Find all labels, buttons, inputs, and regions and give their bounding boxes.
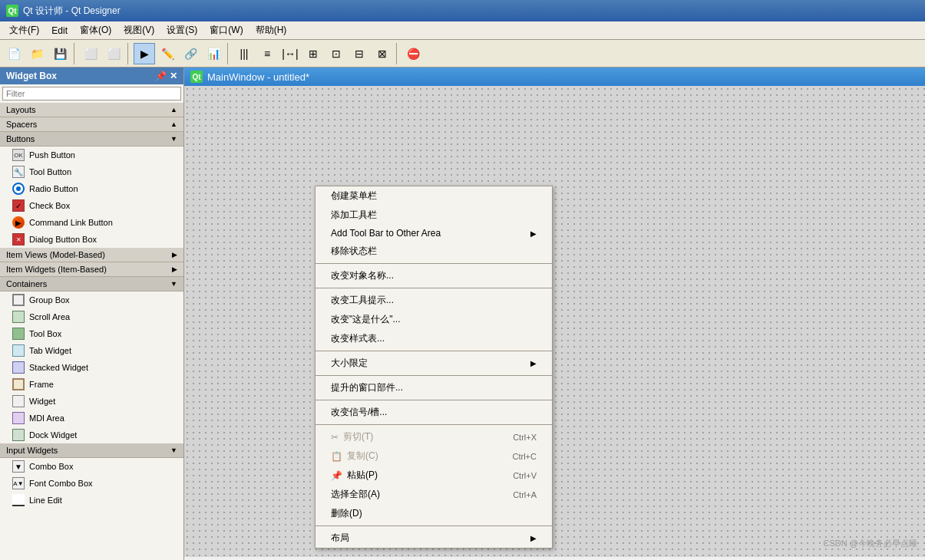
menu-file[interactable]: 文件(F) (3, 22, 45, 38)
cm-change-stylesheet[interactable]: 改变样式表... (315, 329, 552, 348)
tb-btn8[interactable]: 🔗 (180, 43, 201, 64)
section-buttons[interactable]: Buttons ▼ (0, 132, 183, 147)
tb-separator-4 (396, 43, 399, 64)
item-tool-button[interactable]: 🔧 Tool Button (0, 163, 183, 180)
tb-new-button[interactable]: 📄 (3, 43, 25, 64)
cm-create-menubar[interactable]: 创建菜单栏 (315, 186, 552, 206)
section-spacers[interactable]: Spacers ▲ (0, 117, 183, 132)
cm-add-toolbar-other[interactable]: Add Tool Bar to Other Area ▶ (315, 225, 552, 242)
frame-icon (12, 378, 25, 390)
item-tool-box[interactable]: Tool Box (0, 325, 183, 342)
canvas-dots[interactable]: 创建菜单栏 添加工具栏 Add Tool Bar to Other Area ▶… (184, 86, 925, 557)
tb-btn12[interactable]: |↔| (279, 43, 301, 64)
tb-btn11[interactable]: ≡ (256, 43, 278, 64)
item-scroll-area[interactable]: Scroll Area (0, 308, 183, 325)
cm-paste-icon: 📌 (331, 470, 342, 481)
cm-cut: ✂ 剪切(T) Ctrl+X (315, 427, 552, 446)
cm-sep-6 (315, 424, 552, 425)
cm-paste-label: 粘贴(P) (347, 469, 378, 482)
toolbar: 📄 📁 💾 ⬜ ⬜ ▶ ✏️ 🔗 📊 ||| ≡ |↔| ⊞ ⊡ ⊟ ⊠ ⛔ (0, 40, 925, 68)
menu-window[interactable]: 窗口(W) (203, 22, 249, 38)
combo-box-label: Combo Box (29, 462, 73, 471)
cm-layout[interactable]: 布局 ▶ (315, 529, 552, 548)
item-font-combo-box[interactable]: A▼ Font Combo Box (0, 475, 183, 492)
cm-change-signals[interactable]: 改变信号/槽... (315, 403, 552, 422)
section-item-widgets[interactable]: Item Widgets (Item-Based) ▶ (0, 262, 183, 277)
section-input-widgets-arrow: ▼ (170, 446, 177, 454)
tb-btn7[interactable]: ✏️ (157, 43, 178, 64)
section-input-widgets[interactable]: Input Widgets ▼ (0, 443, 183, 458)
cm-change-name[interactable]: 改变对象名称... (315, 266, 552, 285)
cm-remove-statusbar[interactable]: 移除状态栏 (315, 242, 552, 261)
item-group-box[interactable]: Group Box (0, 292, 183, 308)
section-containers[interactable]: Containers ▼ (0, 277, 183, 292)
section-item-views[interactable]: Item Views (Model-Based) ▶ (0, 248, 183, 262)
widget-label: Widget (29, 397, 55, 406)
tb-btn5[interactable]: ⬜ (103, 43, 124, 64)
cm-change-tooltip[interactable]: 改变工具提示... (315, 291, 552, 310)
cm-paste-shortcut: Ctrl+V (513, 471, 537, 480)
section-item-views-label: Item Views (Model-Based) (6, 250, 105, 259)
menubar: 文件(F) Edit 窗体(O) 视图(V) 设置(S) 窗口(W) 帮助(H) (0, 21, 925, 40)
cm-paste[interactable]: 📌 粘贴(P) Ctrl+V (315, 466, 552, 485)
item-radio-button[interactable]: Radio Button (0, 180, 183, 197)
section-layouts[interactable]: Layouts ▲ (0, 103, 183, 117)
item-line-edit[interactable]: Line Edit (0, 492, 183, 509)
widget-box-close-button[interactable]: ✕ (170, 71, 177, 81)
line-edit-icon (12, 494, 25, 506)
tb-btn16[interactable]: ⊠ (372, 43, 393, 64)
item-widget[interactable]: Widget (0, 393, 183, 410)
menu-settings[interactable]: 设置(S) (160, 22, 203, 38)
radio-button-label: Radio Button (29, 184, 78, 193)
canvas-area[interactable]: Qt MainWindow - untitled* 创建菜单栏 添加工具栏 Ad… (184, 68, 925, 560)
menu-view[interactable]: 视图(V) (117, 22, 160, 38)
cm-size-constraint[interactable]: 大小限定 ▶ (315, 354, 552, 373)
tb-break-button[interactable]: ⛔ (402, 43, 424, 64)
design-window: Qt MainWindow - untitled* 创建菜单栏 添加工具栏 Ad… (184, 68, 925, 560)
item-command-link[interactable]: ▶ Command Link Button (0, 214, 183, 231)
tb-open-button[interactable]: 📁 (26, 43, 48, 64)
radio-button-icon (12, 183, 25, 195)
command-link-label: Command Link Button (29, 218, 113, 227)
cm-change-whatsthis[interactable]: 改变"这是什么"... (315, 310, 552, 329)
item-stacked-widget[interactable]: Stacked Widget (0, 359, 183, 376)
tb-save-button[interactable]: 💾 (49, 43, 71, 64)
item-push-button[interactable]: OK Push Button (0, 147, 183, 163)
tb-btn9[interactable]: 📊 (203, 43, 224, 64)
filter-input[interactable] (2, 87, 181, 100)
cm-sep-7 (315, 525, 552, 526)
menu-form[interactable]: 窗体(O) (74, 22, 117, 38)
cm-size-constraint-label: 大小限定 (331, 357, 368, 370)
tb-btn15[interactable]: ⊟ (349, 43, 370, 64)
cm-promote-widget[interactable]: 提升的窗口部件... (315, 378, 552, 397)
cm-add-toolbar[interactable]: 添加工具栏 (315, 206, 552, 225)
widget-box: Widget Box 📌 ✕ Layouts ▲ Spacers ▲ Butto… (0, 68, 184, 560)
cm-delete[interactable]: 删除(D) (315, 504, 552, 523)
menu-help[interactable]: 帮助(H) (249, 22, 293, 38)
tb-btn4[interactable]: ⬜ (80, 43, 101, 64)
item-check-box[interactable]: ✓ Check Box (0, 197, 183, 214)
tb-btn13[interactable]: ⊞ (302, 43, 324, 64)
dialog-button-label: Dialog Button Box (29, 235, 97, 244)
cm-copy: 📋 复制(C) Ctrl+C (315, 446, 552, 466)
widget-box-header-buttons: 📌 ✕ (155, 71, 177, 81)
watermark: CSDN @今晚务必早点睡 (824, 538, 917, 549)
item-frame[interactable]: Frame (0, 376, 183, 393)
cm-change-stylesheet-label: 改变样式表... (331, 332, 385, 345)
combo-box-icon: ▼ (12, 460, 25, 473)
item-combo-box[interactable]: ▼ Combo Box (0, 458, 183, 475)
item-mdi-area[interactable]: MDI Area (0, 410, 183, 427)
item-tab-widget[interactable]: Tab Widget (0, 342, 183, 359)
tb-btn10[interactable]: ||| (233, 43, 255, 64)
section-buttons-arrow: ▼ (170, 135, 177, 143)
widget-box-pin-button[interactable]: 📌 (155, 71, 167, 81)
cm-promote-widget-label: 提升的窗口部件... (331, 381, 403, 394)
tb-select-button[interactable]: ▶ (134, 43, 155, 64)
cm-copy-label: 复制(C) (347, 450, 378, 463)
cm-select-all[interactable]: 选择全部(A) Ctrl+A (315, 485, 552, 504)
section-spacers-arrow: ▲ (170, 120, 177, 128)
menu-edit[interactable]: Edit (45, 24, 74, 38)
item-dialog-button-box[interactable]: ✕ Dialog Button Box (0, 231, 183, 248)
item-dock-widget[interactable]: Dock Widget (0, 427, 183, 443)
tb-btn14[interactable]: ⊡ (325, 43, 347, 64)
